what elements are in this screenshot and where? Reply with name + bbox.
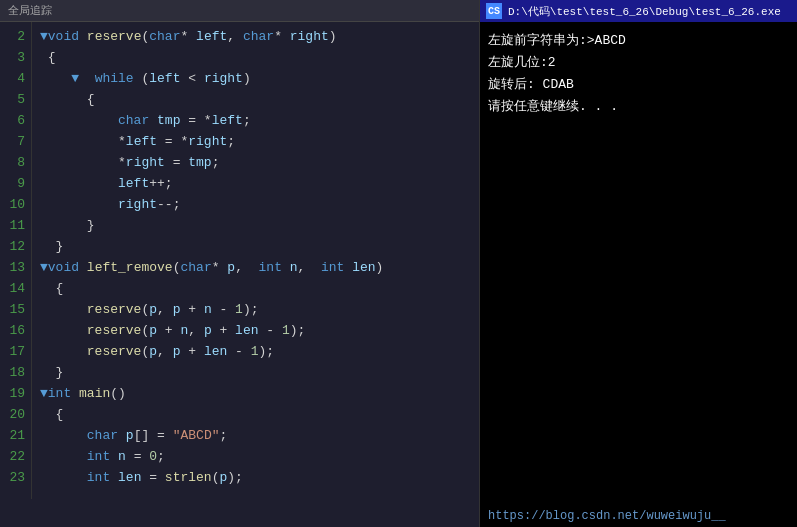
code-line-16: reserve(p + n, p + len - 1); (40, 320, 479, 341)
code-lines: ▼void reserve(char* left, char* right) {… (32, 22, 479, 499)
line-num-18: 18 (0, 362, 31, 383)
code-line-21: char p[] = "ABCD"; (40, 425, 479, 446)
console-line-1: 左旋前字符串为:>ABCD (488, 30, 789, 52)
editor-top-bar: 全局追踪 (0, 0, 479, 22)
code-line-6: char tmp = *left; (40, 110, 479, 131)
fold-icon-13[interactable]: ▼ (40, 260, 48, 275)
tab-scrollbar-label: 全局追踪 (8, 3, 52, 18)
line-num-10: 10 (0, 194, 31, 215)
code-line-12: } (40, 236, 479, 257)
code-line-7: *left = *right; (40, 131, 479, 152)
console-line-4: 请按任意键继续. . . (488, 96, 789, 118)
line-num-15: 15 (0, 299, 31, 320)
code-line-22: int n = 0; (40, 446, 479, 467)
line-numbers: 2 3 4 5 6 7 8 9 10 11 12 13 14 15 16 17 … (0, 22, 32, 499)
console-line-3: 旋转后: CDAB (488, 74, 789, 96)
fold-icon-2[interactable]: ▼ (40, 29, 48, 44)
line-num-20: 20 (0, 404, 31, 425)
console-output: 左旋前字符串为:>ABCD 左旋几位:2 旋转后: CDAB 请按任意键继续. … (480, 22, 797, 505)
code-line-13: ▼void left_remove(char* p, int n, int le… (40, 257, 479, 278)
code-line-17: reserve(p, p + len - 1); (40, 341, 479, 362)
code-line-9: left++; (40, 173, 479, 194)
line-num-11: 11 (0, 215, 31, 236)
console-title-bar: CS D:\代码\test\test_6_26\Debug\test_6_26.… (480, 0, 797, 22)
fold-icon-4[interactable]: ▼ (71, 71, 79, 86)
line-num-12: 12 (0, 236, 31, 257)
editor-panel: 全局追踪 2 3 4 5 6 7 8 9 10 11 12 13 14 15 1… (0, 0, 480, 527)
line-num-4: 4 (0, 68, 31, 89)
code-line-5: { (40, 89, 479, 110)
console-app-icon: CS (486, 3, 502, 19)
line-num-2: 2 (0, 26, 31, 47)
line-num-3: 3 (0, 47, 31, 68)
code-line-11: } (40, 215, 479, 236)
code-line-18: } (40, 362, 479, 383)
line-num-14: 14 (0, 278, 31, 299)
code-line-3: { (40, 47, 479, 68)
code-line-14: { (40, 278, 479, 299)
console-title: D:\代码\test\test_6_26\Debug\test_6_26.exe (508, 4, 781, 19)
code-line-4: ▼ while (left < right) (40, 68, 479, 89)
console-footer: https://blog.csdn.net/wuweiwuju__ (480, 505, 797, 527)
code-line-2: ▼void reserve(char* left, char* right) (40, 26, 479, 47)
line-num-7: 7 (0, 131, 31, 152)
console-line-2: 左旋几位:2 (488, 52, 789, 74)
line-num-13: 13 (0, 257, 31, 278)
line-num-6: 6 (0, 110, 31, 131)
line-num-19: 19 (0, 383, 31, 404)
console-panel: CS D:\代码\test\test_6_26\Debug\test_6_26.… (480, 0, 797, 527)
fold-icon-19[interactable]: ▼ (40, 386, 48, 401)
line-num-8: 8 (0, 152, 31, 173)
code-area: 2 3 4 5 6 7 8 9 10 11 12 13 14 15 16 17 … (0, 22, 479, 499)
line-num-23: 23 (0, 467, 31, 488)
footer-url: https://blog.csdn.net/wuweiwuju__ (488, 509, 726, 523)
code-line-20: { (40, 404, 479, 425)
line-num-17: 17 (0, 341, 31, 362)
code-line-8: *right = tmp; (40, 152, 479, 173)
code-line-19: ▼int main() (40, 383, 479, 404)
code-line-10: right--; (40, 194, 479, 215)
line-num-16: 16 (0, 320, 31, 341)
line-num-5: 5 (0, 89, 31, 110)
code-line-15: reserve(p, p + n - 1); (40, 299, 479, 320)
code-line-23: int len = strlen(p); (40, 467, 479, 488)
line-num-22: 22 (0, 446, 31, 467)
line-num-9: 9 (0, 173, 31, 194)
line-num-21: 21 (0, 425, 31, 446)
